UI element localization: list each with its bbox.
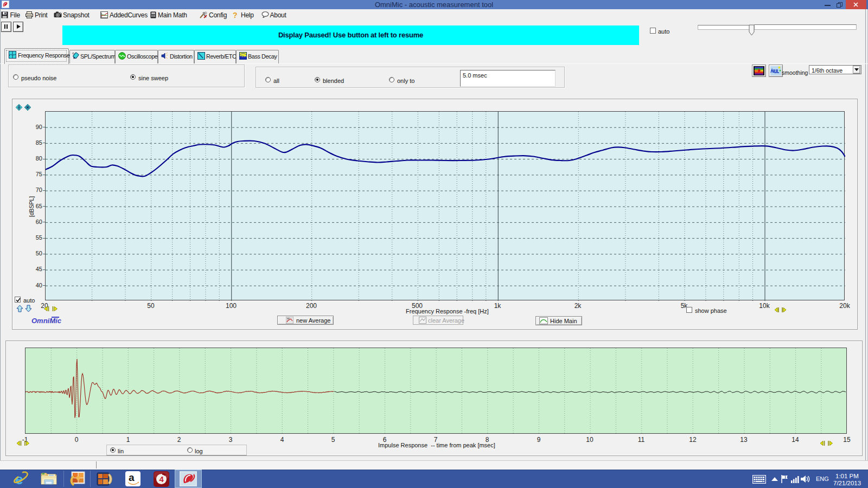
svg-text:4: 4 (159, 474, 164, 484)
svg-text:?: ? (233, 11, 238, 18)
svg-text:a: a (129, 472, 135, 483)
